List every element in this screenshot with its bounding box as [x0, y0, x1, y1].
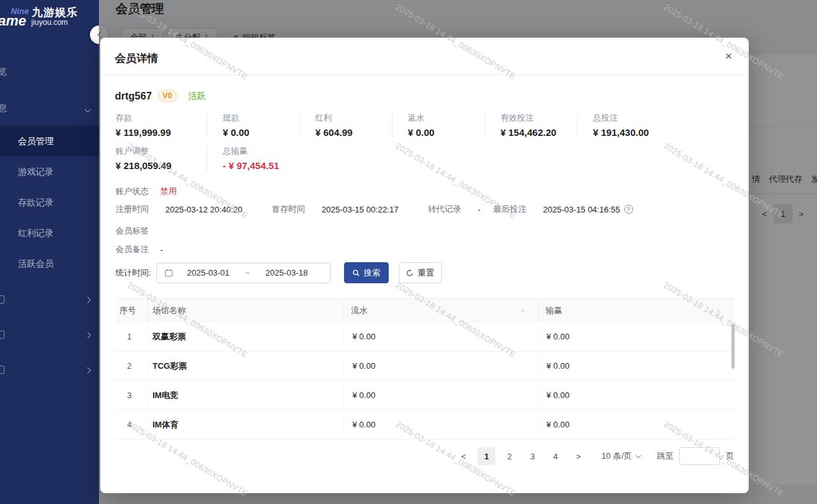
prev-page-button[interactable]: < [454, 447, 472, 465]
reset-button[interactable]: 重置 [399, 262, 442, 283]
table-header-cell-4: 输赢↑↓ [539, 299, 734, 322]
jump-suffix: 页 [726, 450, 734, 462]
table-row: 3IM电竞¥ 0.00¥ 0.00 [116, 381, 734, 410]
table-cell-venue: 双赢彩票 [149, 322, 344, 351]
page-button-2[interactable]: 2 [500, 447, 518, 465]
stat-label: 红利 [315, 112, 392, 124]
info-item-4: 最后投注2025-03-15 04:16:55? [493, 204, 633, 215]
search-button[interactable]: 搜索 [344, 262, 389, 283]
group-icon [0, 295, 4, 304]
chevron-right-icon [85, 367, 91, 374]
filter-label: 统计时间: [116, 267, 151, 279]
sidebar-group-1[interactable] [0, 283, 99, 318]
member-tags-label: 会员标签 [116, 225, 149, 237]
page-size-select[interactable]: 10 条/页 [601, 450, 640, 462]
account-status-row: 账户状态 禁用 [116, 186, 177, 197]
table-cell-idx: 2 [116, 352, 149, 380]
table-cell-venue: IM体育 [149, 410, 344, 439]
stats-row-1: 存款¥ 119,999.99提款¥ 0.00红利¥ 604.99返水¥ 0.00… [115, 112, 734, 138]
member-level-badge: V0 [158, 90, 177, 102]
stat-4: 返水¥ 0.00 [392, 112, 484, 138]
info-label: 最后投注 [493, 204, 527, 215]
info-label: 首存时间 [272, 204, 305, 215]
stat-value: ¥ 0.00 [223, 127, 299, 138]
date-start[interactable]: 2025-03-01 [173, 268, 244, 278]
stat-value: ¥ 154,462.20 [500, 127, 577, 138]
member-remark-value: - [160, 245, 163, 255]
member-info-row: 注册时间2025-03-12 20:40:20首存时间2025-03-15 00… [116, 204, 633, 215]
member-summary: drtg567 V0 活跃 [115, 90, 206, 102]
modal-header: 会员详情 × [100, 38, 749, 75]
page-numbers: 1234 [472, 447, 564, 465]
table-cell-flow: ¥ 0.00 [344, 410, 539, 439]
page-button-4[interactable]: 4 [546, 447, 564, 465]
close-icon[interactable]: × [725, 50, 732, 62]
member-remark-label: 会员备注 [116, 244, 149, 255]
stat-value: ¥ 119,999.99 [116, 127, 207, 138]
sort-icon[interactable]: ↑↓ [716, 307, 720, 314]
table-header-cell-1: 序号 [116, 299, 149, 322]
question-circle-icon[interactable]: ? [624, 205, 633, 214]
column-title: 序号 [119, 305, 136, 316]
member-name: drtg567 [115, 91, 152, 102]
table-cell-win: ¥ 0.00 [539, 322, 734, 351]
table-cell-idx: 4 [116, 410, 149, 439]
logo-ame: ame [0, 13, 26, 29]
table-header-cell-2: 场馆名称 [149, 299, 344, 322]
sidebar-item-3[interactable]: 存款记录 [0, 187, 99, 218]
sidebar-item-5[interactable]: 活跃会员 [0, 248, 99, 279]
sidebar-item-partial-1[interactable]: 览 [0, 66, 7, 78]
date-separator: ~ [244, 268, 251, 278]
sidebar-item-1[interactable]: 会员管理 [0, 126, 99, 156]
account-status-value: 禁用 [160, 186, 177, 197]
info-value: 2025-03-15 00:22:17 [322, 205, 399, 214]
member-status: 活跃 [188, 91, 206, 102]
table-header-cell-3: 流水↑↓ [344, 299, 539, 322]
chevron-down-icon [85, 107, 91, 113]
table-pagination: < 1234 > 10 条/页 跳至 页 [449, 447, 734, 465]
column-title: 输赢 [546, 305, 562, 316]
info-label: 注册时间 [116, 204, 149, 215]
stat-label: 有效投注 [500, 112, 577, 124]
sidebar-item-partial-2[interactable]: 息 [0, 103, 7, 114]
group-icon [0, 330, 4, 339]
sidebar-item-4[interactable]: 红利记录 [0, 218, 99, 248]
table-row: 2TCG彩票¥ 0.00¥ 0.00 [116, 352, 734, 381]
search-icon [352, 269, 360, 277]
sort-icon[interactable]: ↑↓ [520, 307, 524, 314]
modal-title: 会员详情 [115, 51, 158, 66]
stat-value: ¥ 604.99 [315, 127, 392, 138]
page-size-label: 10 条/页 [601, 450, 632, 462]
stat-6: 总投注¥ 191,430.00 [577, 112, 670, 138]
date-range-picker[interactable]: 2025-03-01 ~ 2025-03-18 [156, 263, 331, 283]
chevron-right-icon [85, 332, 91, 339]
table-cell-flow: ¥ 0.00 [344, 381, 539, 410]
table-scrollbar[interactable] [731, 324, 735, 369]
stat-value: ¥ 218,059.49 [116, 160, 207, 171]
reset-icon [406, 269, 414, 277]
stat-label: 总投注 [593, 112, 670, 124]
table-cell-win: ¥ 0.00 [539, 381, 734, 410]
stat-label: 提款 [223, 112, 299, 124]
sidebar-group-3[interactable] [0, 353, 99, 388]
jump-page-input[interactable] [679, 447, 720, 465]
page-button-1[interactable]: 1 [477, 447, 495, 465]
info-item-3: 转代记录- [428, 204, 480, 215]
next-page-button[interactable]: > [569, 447, 587, 465]
sidebar-groups [0, 283, 99, 388]
sidebar: Nine ame 九游娱乐 jiuyou.com 览 息 会员管理游戏记录存款记… [0, 0, 99, 504]
column-title: 场馆名称 [153, 305, 186, 316]
jump-to-page: 跳至 页 [657, 447, 734, 465]
table-cell-venue: TCG彩票 [149, 352, 344, 380]
chevron-down-icon [636, 452, 641, 457]
column-title: 流水 [351, 305, 368, 316]
stat-label: 返水 [408, 112, 484, 124]
calendar-icon [165, 269, 173, 277]
stat-1: 存款¥ 119,999.99 [115, 112, 207, 138]
sidebar-item-2[interactable]: 游戏记录 [0, 156, 99, 187]
page-button-3[interactable]: 3 [523, 447, 541, 465]
sidebar-group-2[interactable] [0, 318, 99, 353]
date-end[interactable]: 2025-03-18 [251, 268, 322, 278]
stat-adj-2: 总输赢- ¥ 97,454.51 [207, 145, 299, 171]
stat-value: ¥ 0.00 [408, 127, 484, 138]
